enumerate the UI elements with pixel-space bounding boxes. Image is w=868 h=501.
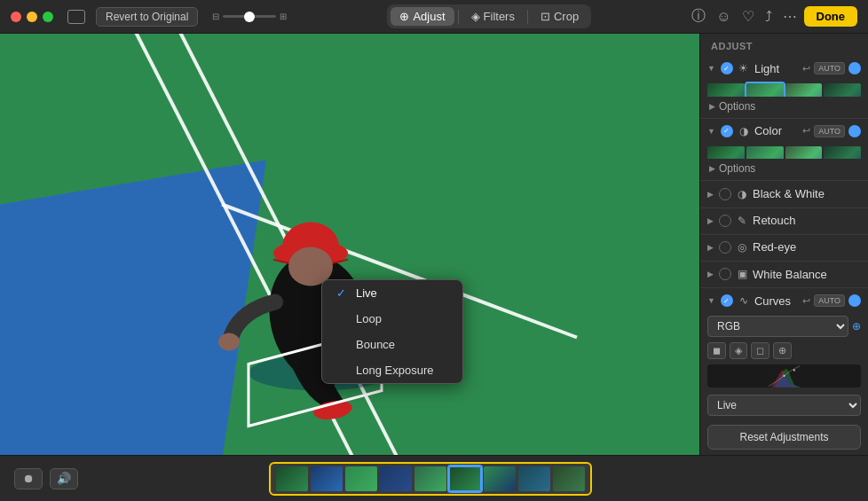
dropdown-label-live: Live	[356, 286, 377, 300]
filters-button[interactable]: ◈ Filters	[462, 7, 524, 26]
toolbar-separator	[458, 10, 459, 24]
light-toggle-icon: ▼	[707, 64, 715, 73]
info-button[interactable]: ⓘ	[691, 7, 706, 26]
section-redeye[interactable]: ▶ ◎ Red-eye	[700, 236, 868, 259]
bw-enabled-check[interactable]	[719, 188, 731, 200]
done-button[interactable]: Done	[804, 6, 858, 27]
light-toggle[interactable]	[848, 62, 861, 74]
options-label: Options	[719, 100, 755, 113]
color-toggle[interactable]	[848, 125, 861, 137]
retouch-enabled-check[interactable]	[719, 215, 731, 227]
wb-enabled-check[interactable]	[719, 268, 731, 280]
light-thumb-1[interactable]	[707, 83, 745, 97]
curves-enabled-check[interactable]: ✓	[721, 294, 733, 307]
curve-eyedropper-mid[interactable]: ◈	[730, 342, 747, 359]
retouch-icon: ✎	[735, 214, 749, 228]
share-button[interactable]: ⤴	[765, 9, 772, 25]
curves-graph[interactable]	[707, 364, 861, 387]
right-panel: ADJUST ▼ ✓ ☀ Light ↩ AUTO ▶ Options	[699, 34, 868, 455]
film-thumb-7[interactable]	[484, 466, 516, 491]
revert-button[interactable]: Revert to Original	[96, 7, 198, 27]
adjust-button[interactable]: ⊕ Adjust	[391, 7, 454, 26]
crop-icon: ⊡	[541, 10, 550, 23]
panel-header: ADJUST	[700, 34, 868, 57]
curves-toggle[interactable]	[848, 294, 861, 307]
emoji-button[interactable]: ☺	[716, 9, 730, 25]
color-options-label: Options	[719, 162, 755, 175]
color-enabled-check[interactable]: ✓	[721, 125, 733, 137]
film-thumb-8[interactable]	[518, 466, 550, 491]
audio-button[interactable]: 🔊	[50, 468, 78, 489]
main-area: ✓ Live Loop Bounce Long Exposure ADJUST …	[0, 34, 868, 455]
dropdown-item-live[interactable]: ✓ Live	[322, 280, 462, 306]
light-thumb-3[interactable]	[785, 83, 823, 97]
curves-toggle-icon: ▼	[707, 296, 715, 305]
color-undo-icon[interactable]: ↩	[802, 125, 810, 137]
record-button[interactable]: ⏺	[14, 468, 43, 489]
reset-adjustments-button[interactable]: Reset Adjustments	[707, 425, 861, 450]
curves-auto-badge[interactable]: AUTO	[814, 294, 845, 307]
dropdown-item-long-exposure[interactable]: Long Exposure	[322, 357, 462, 383]
light-auto-badge[interactable]: AUTO	[814, 62, 845, 74]
rgb-channel-select[interactable]: RGB Red Green Blue	[707, 316, 848, 337]
film-thumb-2[interactable]	[311, 466, 343, 491]
curves-actions: ↩ AUTO	[802, 294, 861, 307]
heart-button[interactable]: ♡	[742, 8, 754, 25]
wb-toggle-icon: ▶	[707, 270, 714, 278]
section-color[interactable]: ▼ ✓ ◑ Color ↩ AUTO	[700, 120, 868, 143]
playback-dropdown[interactable]: ✓ Live Loop Bounce Long Exposure	[321, 279, 463, 384]
zoom-slider[interactable]: ⊟ ⊞	[212, 12, 287, 21]
dropdown-item-loop[interactable]: Loop	[322, 306, 462, 332]
curve-eyedropper-white[interactable]: ◻	[751, 342, 769, 359]
section-retouch[interactable]: ▶ ✎ Retouch	[700, 209, 868, 232]
minimize-button[interactable]	[27, 12, 37, 22]
curves-select-arrow: ⊕	[852, 320, 861, 333]
window-icon	[67, 10, 85, 24]
crop-button[interactable]: ⊡ Crop	[532, 7, 588, 26]
redeye-icon: ◎	[735, 240, 749, 254]
curve-eyedropper-black[interactable]: ◼	[707, 342, 726, 359]
film-thumb-1[interactable]	[276, 466, 308, 491]
section-light[interactable]: ▼ ✓ ☀ Light ↩ AUTO	[700, 57, 868, 80]
color-thumb-3[interactable]	[785, 146, 823, 160]
light-undo-icon[interactable]: ↩	[802, 63, 810, 74]
color-thumb-2[interactable]	[746, 146, 784, 160]
section-curves[interactable]: ▼ ✓ ∿ Curves ↩ AUTO	[700, 289, 868, 312]
slider-track[interactable]	[223, 15, 276, 18]
bw-label: Black & White	[753, 187, 861, 200]
wb-icon: ▣	[735, 267, 749, 281]
curve-target[interactable]: ⊕	[773, 342, 792, 359]
film-thumb-9[interactable]	[553, 466, 585, 491]
options-arrow-icon: ▶	[709, 102, 715, 111]
color-thumb-1[interactable]	[707, 146, 745, 160]
color-options[interactable]: ▶ Options	[700, 159, 868, 178]
light-thumb-4[interactable]	[824, 83, 861, 97]
close-button[interactable]	[11, 12, 21, 22]
redeye-enabled-check[interactable]	[719, 241, 731, 254]
section-bw[interactable]: ▶ ◑ Black & White	[700, 183, 868, 206]
film-thumb-3[interactable]	[345, 466, 377, 491]
live-select[interactable]: Live Loop Bounce Long Exposure	[707, 395, 861, 416]
film-thumb-5[interactable]	[414, 466, 446, 491]
dropdown-item-bounce[interactable]: Bounce	[322, 332, 462, 357]
color-auto-badge[interactable]: AUTO	[814, 125, 845, 137]
fullscreen-button[interactable]	[43, 12, 53, 22]
film-thumb-4[interactable]	[380, 466, 412, 491]
photo-area: ✓ Live Loop Bounce Long Exposure	[0, 34, 699, 455]
light-enabled-check[interactable]: ✓	[721, 62, 733, 74]
more-button[interactable]: ⋯	[783, 8, 797, 25]
retouch-toggle-icon: ▶	[707, 216, 714, 225]
film-thumb-6[interactable]	[449, 466, 481, 491]
color-thumb-4[interactable]	[824, 146, 861, 160]
light-thumb-2[interactable]	[746, 83, 784, 97]
light-options[interactable]: ▶ Options	[700, 97, 868, 116]
section-whitebalance[interactable]: ▶ ▣ White Balance	[700, 262, 868, 286]
curves-undo-icon[interactable]: ↩	[802, 295, 810, 307]
curves-toolbar: RGB Red Green Blue ⊕	[700, 312, 868, 341]
filters-icon: ◈	[471, 10, 480, 23]
curves-icon: ∿	[737, 294, 751, 308]
slider-thumb[interactable]	[244, 12, 255, 22]
color-icon: ◑	[737, 124, 751, 138]
light-icon: ☀	[737, 61, 751, 75]
photo-background	[0, 34, 699, 455]
